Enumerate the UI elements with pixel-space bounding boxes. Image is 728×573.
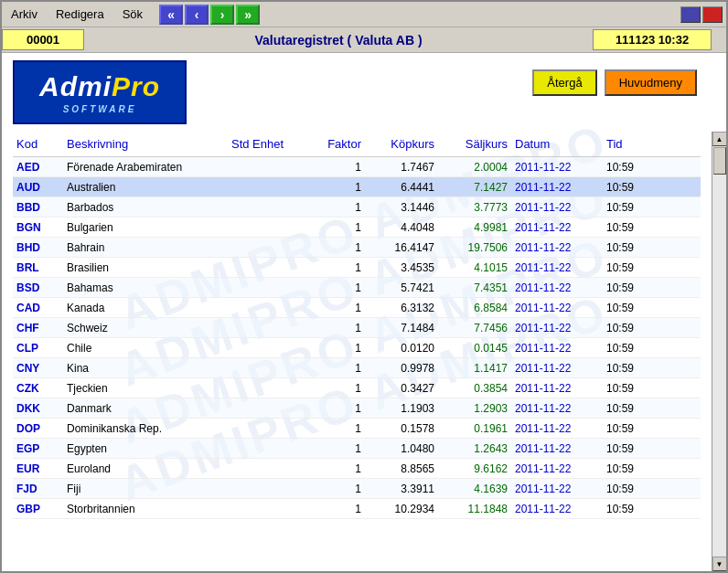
table-row[interactable]: AED Förenade Arabemiraten 1 1.7467 2.000… bbox=[13, 157, 701, 177]
cell-desc: Euroland bbox=[63, 462, 228, 476]
table-row[interactable]: BHD Bahrain 1 16.4147 19.7506 2011-11-22… bbox=[13, 238, 701, 258]
cell-saljkurs: 6.8584 bbox=[438, 301, 511, 315]
table-row[interactable]: DKK Danmark 1 1.1903 1.2903 2011-11-22 1… bbox=[13, 398, 701, 419]
cell-faktor: 1 bbox=[301, 240, 365, 255]
scroll-track[interactable] bbox=[712, 146, 726, 557]
cell-faktor: 1 bbox=[301, 401, 365, 416]
scroll-thumb[interactable] bbox=[713, 147, 726, 175]
cell-saljkurs: 1.2903 bbox=[438, 401, 511, 416]
cell-kopkurs: 6.4441 bbox=[365, 180, 438, 195]
cell-std bbox=[228, 347, 301, 349]
cell-desc: Chile bbox=[63, 341, 228, 355]
main-window: Arkiv Redigera Sök « ‹ › » 00001 Valutar… bbox=[0, 0, 728, 573]
table-row[interactable]: BGN Bulgarien 1 4.4048 4.9981 2011-11-22… bbox=[13, 218, 701, 238]
cell-tid: 10:59 bbox=[603, 200, 653, 215]
col-header-faktor: Faktor bbox=[301, 135, 365, 153]
cell-desc: Fiji bbox=[63, 482, 228, 496]
cell-kopkurs: 16.4147 bbox=[365, 240, 438, 255]
close-button[interactable] bbox=[702, 6, 723, 23]
table-row[interactable]: CAD Kanada 1 6.3132 6.8584 2011-11-22 10… bbox=[13, 298, 701, 318]
scroll-down-button[interactable]: ▼ bbox=[712, 557, 727, 571]
cell-code: BBD bbox=[13, 200, 63, 215]
cell-tid: 10:59 bbox=[603, 240, 653, 255]
cell-std bbox=[228, 408, 301, 409]
cell-std bbox=[228, 387, 301, 389]
cell-faktor: 1 bbox=[301, 361, 365, 376]
nav-last-button[interactable]: » bbox=[236, 5, 260, 25]
cell-desc: Bahrain bbox=[63, 240, 228, 255]
cell-desc: Barbados bbox=[63, 200, 228, 215]
atergd-button[interactable]: Återgå bbox=[532, 69, 596, 96]
cell-std bbox=[228, 307, 301, 309]
cell-datum: 2011-11-22 bbox=[511, 200, 603, 215]
table-row[interactable]: CHF Schweiz 1 7.1484 7.7456 2011-11-22 1… bbox=[13, 318, 701, 338]
cell-saljkurs: 2.0004 bbox=[438, 160, 511, 175]
huvud-button[interactable]: Huvudmeny bbox=[605, 69, 697, 96]
cell-faktor: 1 bbox=[301, 381, 365, 396]
cell-std bbox=[228, 287, 301, 289]
cell-tid: 10:59 bbox=[603, 401, 653, 416]
cell-code: AUD bbox=[13, 180, 63, 195]
table-row[interactable]: GBP Storbritannien 1 10.2934 11.1848 201… bbox=[13, 499, 701, 519]
cell-kopkurs: 4.4048 bbox=[365, 220, 438, 235]
cell-kopkurs: 10.2934 bbox=[365, 502, 438, 516]
cell-desc: Egypten bbox=[63, 441, 228, 456]
cell-kopkurs: 5.7421 bbox=[365, 281, 438, 295]
cell-code: BSD bbox=[13, 281, 63, 295]
cell-faktor: 1 bbox=[301, 321, 365, 335]
datetime: 111123 10:32 bbox=[593, 29, 712, 50]
table-row[interactable]: DOP Dominikanska Rep. 1 0.1578 0.1961 20… bbox=[13, 419, 701, 439]
cell-kopkurs: 0.1578 bbox=[365, 421, 438, 436]
header-section: A dmi Pro SOFTWARE Återgå Huvudmeny bbox=[2, 53, 726, 132]
nav-first-button[interactable]: « bbox=[159, 5, 183, 25]
cell-code: EUR bbox=[13, 462, 63, 476]
table-row[interactable]: BSD Bahamas 1 5.7421 7.4351 2011-11-22 1… bbox=[13, 278, 701, 298]
cell-std bbox=[228, 227, 301, 228]
table-row[interactable]: EGP Egypten 1 1.0480 1.2643 2011-11-22 1… bbox=[13, 439, 701, 459]
table-row[interactable]: CZK Tjeckien 1 0.3427 0.3854 2011-11-22 … bbox=[13, 378, 701, 398]
table-row[interactable]: FJD Fiji 1 3.3911 4.1639 2011-11-22 10:5… bbox=[13, 479, 701, 499]
table-row[interactable]: AUD Australien 1 6.4441 7.1427 2011-11-2… bbox=[13, 177, 701, 197]
table-row[interactable]: CLP Chile 1 0.0120 0.0145 2011-11-22 10:… bbox=[13, 338, 701, 358]
cell-saljkurs: 7.1427 bbox=[438, 180, 511, 195]
cell-saljkurs: 4.1639 bbox=[438, 482, 511, 496]
col-header-saljkurs: Säljkurs bbox=[438, 135, 511, 153]
minimize-button[interactable] bbox=[680, 6, 701, 23]
cell-code: BHD bbox=[13, 240, 63, 255]
cell-tid: 10:59 bbox=[603, 381, 653, 396]
logo-software: SOFTWARE bbox=[63, 104, 137, 114]
cell-desc: Bahamas bbox=[63, 281, 228, 295]
table-row[interactable]: BBD Barbados 1 3.1446 3.7773 2011-11-22 … bbox=[13, 197, 701, 218]
nav-buttons: « ‹ › » bbox=[159, 5, 260, 25]
cell-datum: 2011-11-22 bbox=[511, 220, 603, 235]
cell-kopkurs: 0.3427 bbox=[365, 381, 438, 396]
nav-prev-button[interactable]: ‹ bbox=[185, 5, 209, 25]
cell-code: BGN bbox=[13, 220, 63, 235]
menu-sok[interactable]: Sök bbox=[117, 5, 148, 23]
table-row[interactable]: CNY Kina 1 0.9978 1.1417 2011-11-22 10:5… bbox=[13, 358, 701, 378]
cell-code: GBP bbox=[13, 502, 63, 516]
logo-pro: Pro bbox=[112, 71, 160, 102]
cell-tid: 10:59 bbox=[603, 361, 653, 376]
cell-saljkurs: 1.2643 bbox=[438, 441, 511, 456]
nav-next-button[interactable]: › bbox=[210, 5, 234, 25]
cell-kopkurs: 0.9978 bbox=[365, 361, 438, 376]
menu-arkiv[interactable]: Arkiv bbox=[5, 5, 43, 23]
cell-faktor: 1 bbox=[301, 200, 365, 215]
cell-datum: 2011-11-22 bbox=[511, 160, 603, 175]
cell-saljkurs: 0.1961 bbox=[438, 421, 511, 436]
table-row[interactable]: BRL Brasilien 1 3.4535 4.1015 2011-11-22… bbox=[13, 258, 701, 278]
scroll-up-button[interactable]: ▲ bbox=[712, 132, 727, 146]
cell-code: FJD bbox=[13, 482, 63, 496]
cell-std bbox=[228, 247, 301, 249]
cell-faktor: 1 bbox=[301, 180, 365, 195]
cell-saljkurs: 4.1015 bbox=[438, 260, 511, 275]
cell-tid: 10:59 bbox=[603, 160, 653, 175]
menu-redigera[interactable]: Redigera bbox=[50, 5, 110, 23]
cell-faktor: 1 bbox=[301, 462, 365, 476]
scrollbar[interactable]: ▲ ▼ bbox=[712, 132, 726, 571]
cell-tid: 10:59 bbox=[603, 502, 653, 516]
table-row[interactable]: EUR Euroland 1 8.8565 9.6162 2011-11-22 … bbox=[13, 459, 701, 479]
cell-saljkurs: 19.7506 bbox=[438, 240, 511, 255]
cell-datum: 2011-11-22 bbox=[511, 260, 603, 275]
